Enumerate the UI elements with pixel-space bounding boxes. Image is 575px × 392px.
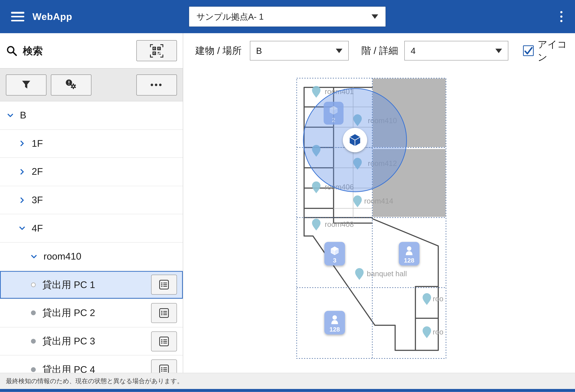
device-label: 貸出用 PC 2 [43, 307, 95, 319]
device-details-button[interactable] [151, 303, 177, 323]
device-status-dot [31, 339, 36, 344]
map-panel: 建物 / 場所 B 階 / 詳細 4 アイコン [183, 33, 575, 373]
sidebar: 検索 [0, 33, 183, 373]
location-pin-icon[interactable] [312, 86, 320, 98]
more-options-button[interactable]: ••• [136, 74, 177, 96]
person-cluster-badge[interactable]: 128 [399, 242, 419, 266]
app-window: WebApp サンプル拠点A- 1 検索 [0, 0, 575, 392]
tree-item-floor-4f[interactable]: 4F [0, 214, 183, 243]
tree-item-device-pc2[interactable]: 貸出用 PC 2 [0, 299, 183, 327]
device-status-dot [31, 367, 36, 372]
device-details-button[interactable] [151, 360, 177, 373]
qr-scan-button[interactable] [136, 40, 177, 61]
location-pin-icon[interactable] [355, 268, 364, 280]
tree-item-device-pc4[interactable]: 貸出用 PC 4 [0, 356, 183, 373]
alert-settings-button[interactable] [51, 74, 91, 96]
location-pin-icon[interactable] [423, 293, 431, 305]
tree-item-floor-2f[interactable]: 2F [0, 158, 183, 186]
filter-button[interactable] [6, 74, 47, 96]
device-status-dot [31, 311, 36, 316]
floor-label: 階 / 詳細 [361, 44, 398, 57]
badge-count: 3 [333, 257, 336, 264]
search-row: 検索 [0, 33, 183, 68]
tree-item-label: 4F [32, 222, 43, 234]
location-pin-icon[interactable] [312, 181, 320, 193]
room-label: room408 [325, 220, 354, 228]
chevron-down-icon [372, 14, 378, 19]
details-list-icon [159, 279, 169, 290]
tree-item-label: B [20, 110, 26, 121]
location-pin-icon[interactable] [353, 196, 362, 207]
site-selector[interactable]: サンプル拠点A- 1 [189, 6, 386, 27]
asset-cube-icon [349, 134, 360, 147]
room-label: roo [433, 328, 443, 336]
chevron-right-icon [18, 196, 26, 204]
tree-item-device-pc1[interactable]: 貸出用 PC 1 [0, 271, 183, 299]
chevron-right-icon [18, 167, 26, 176]
kebab-menu-icon[interactable] [559, 10, 564, 24]
details-list-icon [159, 364, 169, 373]
tree-toolbar: ••• [0, 68, 183, 101]
icons-checkbox-label: アイコン [538, 38, 575, 64]
qr-code-icon [150, 44, 163, 57]
floor-select[interactable]: 4 [405, 41, 508, 61]
device-label: 貸出用 PC 3 [43, 335, 95, 348]
building-select-value: B [256, 46, 262, 56]
bottom-accent-bar [0, 389, 575, 392]
site-selector-value: サンプル拠点A- 1 [196, 11, 264, 23]
building-label: 建物 / 場所 [195, 44, 242, 57]
filter-funnel-icon [21, 79, 32, 90]
building-select[interactable]: B [250, 41, 349, 61]
tree-item-building-b[interactable]: B [0, 101, 183, 130]
floor-select-value: 4 [411, 46, 415, 56]
icons-checkbox[interactable] [523, 46, 534, 56]
tree-item-label: 2F [32, 166, 43, 178]
chevron-down-icon [18, 224, 26, 233]
badge-count: 128 [330, 326, 340, 333]
tree-item-label: 3F [32, 194, 43, 206]
map-area: room401 room410 room412 room406 room414 … [183, 68, 575, 373]
device-label: 貸出用 PC 1 [43, 278, 95, 291]
tree-item-room410[interactable]: room410 [0, 243, 183, 271]
device-label: 貸出用 PC 4 [43, 363, 95, 373]
chevron-down-icon [6, 111, 15, 120]
details-list-icon [159, 336, 169, 347]
search-icon [6, 45, 18, 57]
room-label: roo [433, 295, 443, 303]
location-pin-icon[interactable] [312, 219, 320, 230]
app-title: WebApp [32, 11, 72, 23]
main-area: 検索 [0, 33, 575, 373]
search-label[interactable]: 検索 [23, 44, 43, 57]
chevron-right-icon [18, 139, 26, 148]
selection-radius[interactable] [303, 89, 407, 192]
menu-icon[interactable] [11, 12, 24, 21]
topbar: WebApp サンプル拠点A- 1 [0, 0, 575, 33]
location-tree: B 1F 2F [0, 101, 183, 373]
room-label: room414 [364, 197, 393, 205]
icons-toggle[interactable]: アイコン [523, 38, 575, 64]
tree-item-floor-3f[interactable]: 3F [0, 186, 183, 214]
map-controls: 建物 / 場所 B 階 / 詳細 4 アイコン [183, 33, 575, 68]
device-status-dot [31, 282, 36, 287]
asset-cluster-badge[interactable]: 3 [324, 242, 345, 266]
details-list-icon [159, 308, 169, 318]
floor-map: room401 room410 room412 room406 room414 … [183, 68, 575, 373]
alert-gear-icon [65, 79, 77, 91]
checkmark-icon [524, 46, 533, 55]
tree-item-device-pc3[interactable]: 貸出用 PC 3 [0, 327, 183, 355]
status-bar: 最終検知の情報のため、現在の状態と異なる場合があります。 [0, 373, 575, 389]
chevron-down-icon [335, 49, 342, 53]
badge-count: 128 [404, 257, 414, 264]
status-note: 最終検知の情報のため、現在の状態と異なる場合があります。 [6, 377, 183, 385]
tree-item-floor-1f[interactable]: 1F [0, 130, 183, 158]
tree-item-label: 1F [32, 138, 43, 149]
device-details-button[interactable] [151, 331, 177, 351]
location-pin-icon[interactable] [423, 326, 431, 338]
device-details-button[interactable] [151, 275, 177, 295]
person-cluster-badge[interactable]: 128 [324, 311, 345, 335]
chevron-down-icon [496, 49, 502, 53]
chevron-down-icon [29, 252, 38, 261]
tree-item-label: room410 [44, 251, 81, 262]
room-label: banquet hall [367, 270, 407, 278]
